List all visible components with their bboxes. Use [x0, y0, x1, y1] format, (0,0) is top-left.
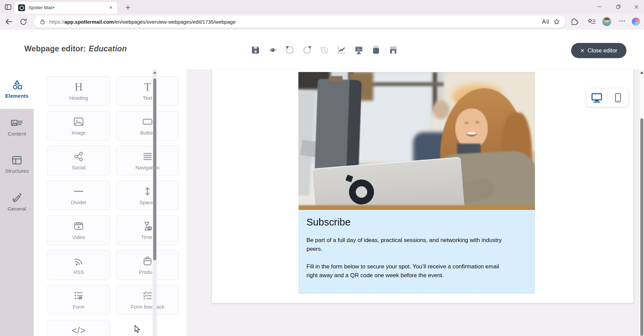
tab-close-icon[interactable]: ✕ — [108, 4, 113, 11]
page-title: Webpage editor:Education — [24, 44, 127, 53]
image-icon — [74, 116, 84, 127]
element-card-navigation[interactable]: Navigation — [116, 146, 179, 175]
browser-toolbar: https://app.spotlermail.com/en/webpages/… — [0, 14, 644, 30]
redo-icon[interactable] — [302, 45, 312, 55]
statistics-icon[interactable] — [337, 45, 347, 55]
scroll-up-arrow-icon[interactable] — [153, 71, 157, 74]
history-icon[interactable] — [319, 45, 329, 55]
desktop-view-button[interactable] — [586, 89, 607, 107]
sidebar-item-general[interactable]: General — [0, 183, 34, 220]
device-toggle — [586, 89, 628, 107]
new-tab-button[interactable] — [124, 3, 132, 12]
subscribe-paragraph-2: Fill in the form below to secure your sp… — [306, 262, 506, 280]
window-close-button[interactable] — [628, 0, 644, 14]
subscribe-paragraph-1: Be part of a full day of ideas, practica… — [306, 236, 506, 254]
tab-layout-icon[interactable] — [4, 3, 12, 11]
elements-panel: H Heading T Text Image Button Soc — [34, 69, 186, 336]
url-scheme: https:// — [49, 19, 64, 25]
read-aloud-icon[interactable] — [541, 18, 549, 25]
archive-icon[interactable] — [371, 45, 381, 55]
photo-shape — [433, 100, 450, 119]
product-icon — [142, 255, 153, 267]
element-card-image[interactable]: Image — [47, 111, 110, 141]
profile-avatar[interactable] — [602, 17, 611, 26]
copilot-icon[interactable] — [632, 18, 640, 26]
more-menu-icon[interactable] — [618, 17, 626, 25]
hero-image-block[interactable] — [298, 72, 535, 210]
sidebar-item-content[interactable]: Content — [0, 109, 34, 146]
navigation-icon — [143, 151, 152, 162]
video-icon — [74, 220, 84, 232]
form-icon — [74, 290, 84, 302]
element-card-button[interactable]: Button — [116, 111, 179, 141]
subscribe-block[interactable]: Subscribe Be part of a full day of ideas… — [298, 210, 535, 293]
form-feedback-icon — [142, 290, 153, 302]
editor-main: Elements Content Structures General H He… — [0, 69, 644, 336]
timer-icon — [142, 220, 153, 232]
extensions-icon[interactable] — [570, 17, 579, 25]
canvas-scrollbar-thumb[interactable] — [640, 118, 643, 336]
element-card-html[interactable]: </> HTML — [47, 320, 110, 336]
elements-grid: H Heading T Text Image Button Soc — [47, 76, 179, 336]
save-icon[interactable] — [250, 45, 261, 55]
browser-window: Spotler Mail+ ✕ https://app.spotlermail.… — [0, 0, 644, 336]
panel-scrollbar[interactable] — [153, 69, 157, 336]
scroll-up-arrow-icon[interactable] — [639, 71, 644, 74]
sidebar-item-label: General — [7, 206, 26, 212]
back-icon[interactable] — [4, 17, 13, 26]
canvas-scrollbar[interactable] — [639, 69, 644, 336]
refresh-icon[interactable] — [19, 17, 28, 26]
close-editor-label: Close editor — [588, 47, 617, 54]
html-icon: </> — [72, 325, 86, 336]
button-icon — [142, 116, 153, 127]
element-card-heading[interactable]: H Heading — [47, 76, 110, 106]
store-icon[interactable] — [388, 45, 398, 55]
sidebar-item-label: Structures — [5, 168, 29, 174]
photo-shape — [475, 121, 479, 123]
undo-icon[interactable] — [285, 45, 295, 55]
close-editor-button[interactable]: ✕ Close editor — [571, 43, 626, 58]
element-card-product[interactable]: Product — [116, 250, 179, 280]
url-text[interactable]: https://app.spotlermail.com/en/webpages/… — [49, 19, 236, 25]
element-card-form[interactable]: Form — [47, 285, 110, 315]
sidebar-item-elements[interactable]: Elements — [0, 69, 34, 109]
browser-tab-bar: Spotler Mail+ ✕ — [0, 0, 644, 14]
preview-icon[interactable] — [268, 45, 278, 55]
address-bar[interactable]: https://app.spotlermail.com/en/webpages/… — [34, 16, 566, 28]
photo-shape — [330, 76, 343, 81]
favorite-star-icon[interactable] — [553, 18, 560, 25]
favorites-bar-icon[interactable] — [587, 17, 596, 25]
photo-shape — [466, 130, 477, 136]
element-card-social[interactable]: Social — [47, 146, 110, 175]
page-title-prefix: Webpage editor: — [24, 44, 86, 53]
element-card-timer[interactable]: Timer — [116, 215, 179, 245]
element-card-rss[interactable]: RSS — [47, 250, 110, 280]
elements-icon — [11, 79, 23, 90]
element-card-video[interactable]: Video — [47, 215, 110, 245]
structures-icon — [12, 155, 22, 165]
content-icon — [11, 118, 23, 128]
sidebar-item-structures[interactable]: Structures — [0, 146, 34, 183]
text-icon: T — [144, 81, 151, 93]
social-icon — [74, 151, 83, 162]
element-card-text[interactable]: T Text — [116, 76, 179, 106]
mobile-icon — [614, 93, 622, 103]
rss-icon — [74, 255, 83, 267]
panel-scrollbar-thumb[interactable] — [153, 78, 156, 260]
desktop-icon — [591, 92, 602, 103]
element-card-spacer[interactable]: Spacer — [116, 181, 179, 210]
sidebar: Elements Content Structures General — [0, 69, 34, 336]
lock-icon[interactable] — [39, 18, 46, 25]
element-card-form-feedback[interactable]: Form feedback — [116, 285, 179, 315]
divider-icon — [74, 186, 84, 197]
window-restore-button[interactable] — [611, 0, 626, 14]
tab-title: Spotler Mail+ — [28, 5, 105, 10]
browser-tab[interactable]: Spotler Mail+ ✕ — [14, 2, 117, 14]
window-minimize-button[interactable] — [592, 0, 607, 14]
photo-shape — [356, 186, 367, 198]
element-card-divider[interactable]: Divider — [47, 181, 110, 210]
source-code-icon[interactable]: <> — [354, 45, 364, 55]
editor-header: Webpage editor:Education <> — [0, 30, 644, 69]
mobile-view-button[interactable] — [608, 89, 628, 107]
svg-text:<>: <> — [357, 47, 361, 51]
